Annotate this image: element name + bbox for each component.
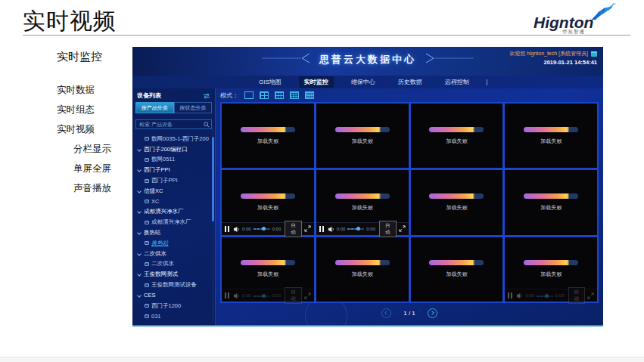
chevron-down-icon	[137, 168, 142, 172]
video-cell[interactable]: 加载失败 0:00 0:00 自动	[222, 237, 314, 302]
video-cell[interactable]: 加载失败	[316, 237, 409, 302]
video-cell[interactable]: 加载失败	[411, 104, 503, 168]
tree-group[interactable]: 成都清兴净水厂	[132, 207, 215, 218]
video-cell[interactable]: 加载失败	[316, 104, 409, 168]
fullscreen-icon[interactable]	[304, 225, 311, 232]
auto-button[interactable]: 自动	[568, 287, 586, 304]
tree-device-selected[interactable]: 换热站	[132, 238, 215, 249]
chevron-left-icon	[384, 311, 389, 315]
prev-page-button[interactable]	[381, 308, 391, 318]
menu-subitem-split-view[interactable]: 分栏显示	[73, 143, 111, 156]
video-status-text: 加载失败	[446, 204, 467, 212]
tree-device[interactable]: 成都清兴净水厂	[132, 217, 215, 227]
tab-maintenance-center[interactable]: 维保中心	[346, 76, 381, 88]
chevron-down-icon	[137, 231, 142, 235]
logo-subtitle: 华辰智通	[562, 29, 585, 36]
video-status-text: 加载失败	[446, 138, 467, 145]
volume-icon[interactable]	[328, 222, 334, 236]
app-screenshot: 思普云大数据中心 欢迎您 hignton_tech [系统管理员] 2019-0…	[132, 47, 603, 326]
tree-group[interactable]: 换热站	[132, 227, 215, 238]
volume-icon[interactable]	[233, 289, 240, 302]
pause-button[interactable]	[508, 292, 512, 299]
tree-device[interactable]: 031	[132, 311, 215, 318]
progress-slider[interactable]	[347, 226, 364, 232]
fullscreen-icon[interactable]	[304, 292, 311, 299]
tree-group[interactable]: CES	[132, 290, 215, 301]
menu-subitem-audio-play[interactable]: 声音播放	[73, 182, 111, 195]
device-tree: 数网0035-1-西门子200 西门子200编程口 数网0511 西门子PPI …	[132, 131, 215, 318]
progress-slider[interactable]	[537, 292, 553, 299]
chevron-down-icon	[137, 272, 142, 277]
video-status-text: 加载失败	[352, 138, 373, 145]
volume-icon[interactable]	[233, 222, 240, 236]
welcome-text: 欢迎您 hignton_tech [系统管理员]	[509, 50, 588, 57]
tab-by-product[interactable]: 按产品分类	[135, 102, 174, 113]
auto-button[interactable]: 自动	[379, 221, 397, 237]
tab-by-status[interactable]: 按状态分类	[174, 102, 213, 113]
menu-item-realtime-config[interactable]: 实时组态	[57, 104, 111, 116]
tab-gis-map[interactable]: GIS地图	[254, 76, 287, 88]
tree-device[interactable]: 数网0511	[132, 155, 215, 166]
mode-icon-4x4[interactable]	[305, 91, 314, 99]
pause-button[interactable]	[225, 226, 229, 232]
tree-device[interactable]: 二次供水	[132, 259, 215, 270]
tree-group[interactable]: 王俊数网测试	[132, 269, 215, 280]
video-cell[interactable]: 加载失败	[222, 104, 314, 168]
video-cell[interactable]: 加载失败	[505, 104, 597, 168]
fullscreen-icon[interactable]	[587, 292, 594, 299]
tree-group[interactable]: 信捷XC	[132, 186, 215, 196]
tree-group[interactable]: 西门子PPI	[132, 165, 215, 175]
page-title: 实时视频	[23, 6, 117, 37]
page-indicator: 1 / 1	[403, 310, 415, 317]
tree-group[interactable]: 西门子200编程口	[132, 144, 215, 155]
mode-icon-2x2[interactable]	[260, 91, 269, 99]
tab-history-data[interactable]: 历史数据	[393, 76, 428, 88]
pause-button[interactable]	[225, 292, 229, 299]
device-icon	[145, 158, 149, 162]
video-cell[interactable]: 加载失败	[411, 237, 503, 302]
tree-device[interactable]: XC	[132, 196, 215, 207]
tree-device[interactable]: 西门子PPI	[132, 175, 215, 186]
menu-item-realtime-data[interactable]: 实时数据	[57, 84, 111, 97]
volume-icon[interactable]	[516, 289, 523, 302]
auto-button[interactable]: 自动	[285, 221, 302, 237]
video-status-text: 加载失败	[352, 271, 373, 278]
doc-side-menu: 实时监控 实时数据 实时组态 实时视频 分栏显示 单屏全屏 声音播放	[57, 50, 111, 202]
deer-icon	[590, 2, 617, 24]
chevron-down-icon	[137, 147, 142, 152]
video-cell[interactable]: 加载失败 0:00 0:00 自动	[222, 170, 314, 234]
video-cell[interactable]: 加载失败	[411, 170, 503, 234]
tree-device[interactable]: 西门子1200	[132, 301, 215, 311]
device-panel-title: 设备列表	[137, 91, 161, 100]
video-cell[interactable]: 加载失败 0:00 0:00 自动	[316, 170, 409, 234]
search-icon[interactable]	[204, 117, 210, 131]
tree-group[interactable]: 二次供水	[132, 249, 215, 259]
pause-button[interactable]	[319, 226, 324, 232]
device-search-input[interactable]	[135, 119, 212, 129]
tree-scrollbar-thumb[interactable]	[212, 137, 214, 221]
tab-realtime-monitor[interactable]: 实时监控	[299, 76, 334, 88]
mode-icon-3x3[interactable]	[290, 91, 299, 99]
auto-button[interactable]: 自动	[285, 287, 302, 304]
collapse-panel-icon[interactable]	[203, 88, 210, 102]
progress-slider[interactable]	[254, 292, 270, 299]
next-page-button[interactable]	[428, 308, 437, 318]
video-cell[interactable]: 加载失败	[505, 170, 597, 234]
user-panel-icon[interactable]	[591, 51, 597, 57]
tree-device[interactable]: 王俊数网测试设备	[132, 280, 215, 290]
video-loading-bar	[524, 193, 578, 199]
mode-icon-1x1[interactable]	[244, 91, 254, 99]
menu-item-realtime-video[interactable]: 实时视频	[57, 123, 111, 136]
video-cell[interactable]: 加载失败 0:00 0:00 自动	[505, 237, 597, 302]
header-left-ornament	[262, 53, 315, 67]
menu-subitem-fullscreen[interactable]: 单屏全屏	[73, 162, 111, 175]
video-status-text: 加载失败	[540, 138, 562, 145]
tab-remote-control[interactable]: 远程控制	[440, 76, 474, 88]
time-total: 0:00	[272, 293, 282, 298]
mode-icon-3x2[interactable]	[275, 91, 284, 99]
progress-slider[interactable]	[254, 226, 270, 232]
header-right-ornament	[421, 53, 474, 67]
fullscreen-icon[interactable]	[399, 225, 406, 232]
video-loading-bar	[335, 260, 390, 265]
tree-device[interactable]: 数网0035-1-西门子200	[132, 134, 215, 144]
